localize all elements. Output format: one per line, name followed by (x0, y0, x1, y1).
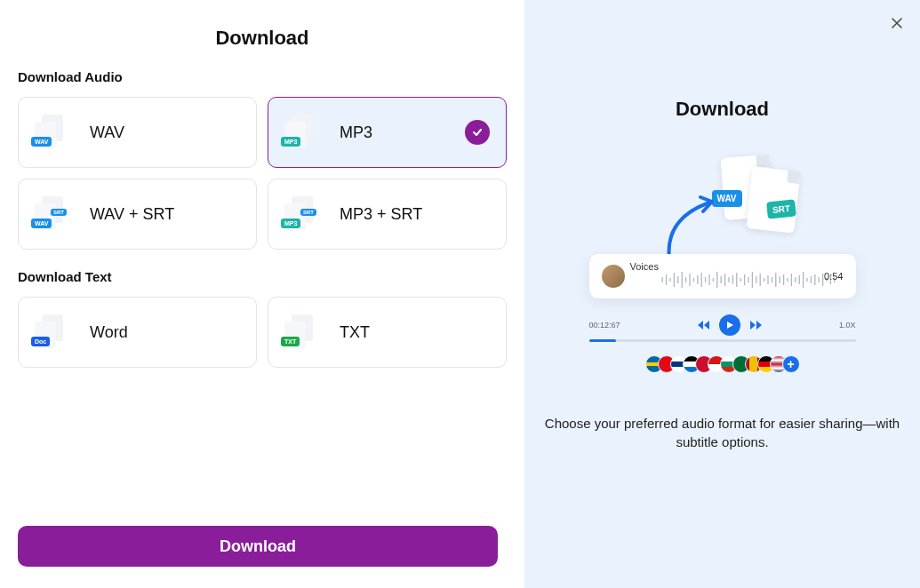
rewind-icon[interactable] (698, 320, 710, 330)
srt-badge: SRT (766, 199, 796, 219)
option-mp3[interactable]: MP3 MP3 (268, 97, 507, 168)
option-label: WAV (90, 123, 124, 142)
option-wav[interactable]: WAV WAV (18, 97, 257, 168)
option-label: MP3 (340, 123, 372, 142)
language-flags: + (589, 355, 856, 373)
preview-illustration: WAV SRT Voices 0:54 00:12:67 (589, 156, 856, 387)
more-languages-icon[interactable]: + (782, 355, 800, 373)
arrow-icon (660, 192, 723, 263)
option-txt[interactable]: TXT TXT (268, 297, 507, 368)
word-file-icon: Doc (35, 314, 70, 350)
progress-bar[interactable] (589, 339, 856, 342)
mp3-file-icon: MP3 (284, 115, 320, 150)
wav-file-icon: WAV (35, 115, 70, 150)
option-label: TXT (340, 323, 370, 342)
page-title: Download (18, 27, 507, 50)
voices-label: Voices (630, 261, 659, 272)
option-wav-srt[interactable]: SRTWAV WAV + SRT (18, 179, 257, 250)
option-label: WAV + SRT (90, 205, 174, 224)
waveform-icon (660, 270, 836, 290)
close-icon[interactable] (890, 16, 904, 34)
section-label-text: Download Text (18, 269, 507, 284)
checkmark-icon (465, 120, 490, 145)
option-label: Word (90, 323, 128, 342)
preview-title: Download (676, 98, 769, 121)
download-button[interactable]: Download (18, 526, 498, 567)
mp3-srt-file-icon: SRTMP3 (284, 196, 320, 232)
wav-srt-file-icon: SRTWAV (35, 196, 70, 232)
timestamp-text: 00:12:67 (589, 321, 620, 330)
avatar (602, 265, 625, 288)
play-button[interactable] (719, 314, 740, 336)
option-mp3-srt[interactable]: SRTMP3 MP3 + SRT (268, 179, 507, 250)
duration-text: 0:54 (824, 271, 843, 282)
option-label: MP3 + SRT (340, 205, 422, 224)
description-text: Choose your preferred audio format for e… (545, 414, 900, 451)
txt-file-icon: TXT (284, 314, 320, 350)
section-label-audio: Download Audio (18, 69, 507, 84)
option-word[interactable]: Doc Word (18, 297, 257, 368)
speed-text: 1.0X (839, 321, 856, 330)
forward-icon[interactable] (749, 320, 762, 330)
voices-card: Voices 0:54 (589, 254, 856, 298)
